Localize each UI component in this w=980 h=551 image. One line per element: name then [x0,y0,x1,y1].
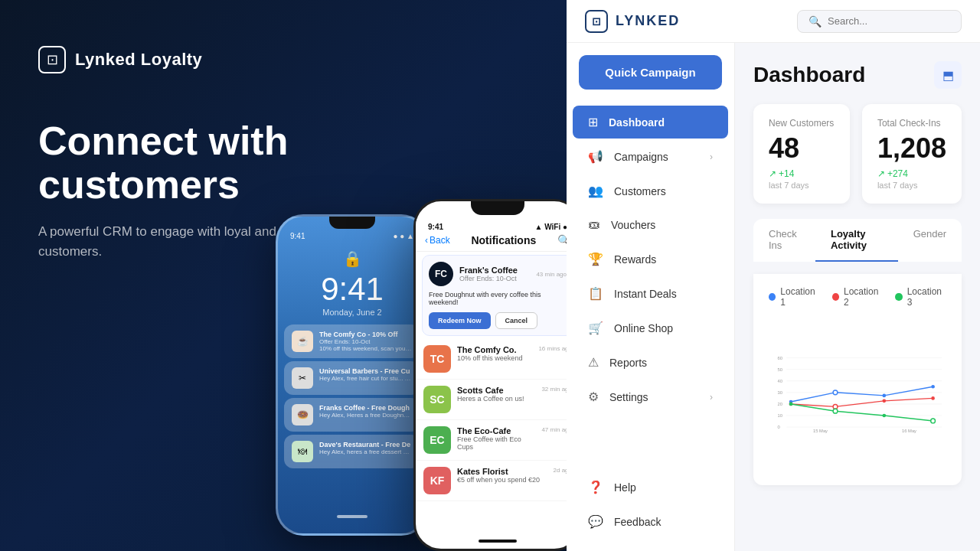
sidebar-label-vouchers: Vouchers [611,219,655,231]
notif-name-4: Kates Florist [457,467,547,476]
notif-row-3[interactable]: EC The Eco-Cafe Free Coffee with Eco Cup… [416,420,567,461]
cancel-button[interactable]: Cancel [495,312,538,329]
sidebar-item-dashboard[interactable]: ⊞ Dashboard [573,106,728,139]
dashboard-export-icon[interactable]: ⬒ [934,61,962,89]
notif-time-1: 16 mins ago [538,345,567,352]
expanded-notif-offer: Offer Ends: 10-Oct [459,275,518,282]
dashboard-icon: ⊞ [588,115,598,129]
lock-notif-1: ☕ The Comfy Co - 10% Off Offer Ends: 10-… [284,324,420,358]
nav-logo-icon: ⊡ [585,10,608,33]
legend-dot-1 [769,293,776,301]
stat-period-new-customers: last 7 days [769,181,835,190]
lock-notif-icon-1: ☕ [292,331,313,352]
sidebar-item-campaigns[interactable]: 📢 Campaigns › [573,140,728,173]
stat-label-total-checkins: Total Check-Ins [877,118,946,129]
dashboard-title: Dashboard [753,63,865,87]
expanded-notif-header: FC Frank's Coffee Offer Ends: 10-Oct 43 … [429,262,567,286]
sidebar-item-help[interactable]: ❓ Help [573,471,728,504]
phones-container: 9:41 ● ● ▲ 🔒 9:41 Monday, June 2 ☕ The C… [276,107,567,551]
vouchers-icon: 🎟 [588,218,600,232]
stat-change-new-customers: ↗ +14 [769,168,835,179]
tab-gender[interactable]: Gender [898,219,962,262]
sidebar-item-customers[interactable]: 👥 Customers [573,174,728,207]
phone-back: 9:41 ● ● ▲ 🔒 9:41 Monday, June 2 ☕ The C… [276,214,429,536]
search-icon-front[interactable]: 🔍 [557,234,567,246]
instant-deals-icon: 📋 [588,286,603,301]
phone-front: 9:41 ▲ WiFi ● ‹ Back Notifications 🔍 FC … [413,199,567,551]
chart-dot-l3-3 [882,414,886,418]
tab-loyalty-activity[interactable]: Loyalty Activity [815,219,898,262]
home-indicator [479,540,517,543]
notif-row-2[interactable]: SC Scotts Cafe Heres a Coffee on us! 32 … [416,380,567,420]
tab-check-ins[interactable]: Check Ins [753,219,815,262]
sidebar-item-rewards[interactable]: 🏆 Rewards [573,243,728,276]
notif-avatar-3: EC [423,426,451,454]
phone-signal: ● ● ▲ [393,232,414,240]
chart-dot-l3-4 [931,419,936,423]
dashboard-content: Dashboard ⬒ New Customers 48 ↗ +14 last … [735,43,980,551]
legend-location-3: Location 3 [895,286,946,308]
sidebar: Quick Campaign ⊞ Dashboard 📢 Campaigns ›… [567,43,735,551]
phone-notch-back [329,217,375,229]
phone-front-signal: ▲ WiFi ● [534,223,567,231]
lock-icon: 🔒 [278,249,426,268]
sidebar-item-feedback[interactable]: 💬 Feedback [573,505,728,538]
customers-icon: 👥 [588,184,603,198]
y-label-40: 40 [778,379,782,383]
notif-row-1[interactable]: TC The Comfy Co. 10% off this weekend 16… [416,339,567,380]
settings-icon: ⚙ [588,390,599,404]
back-button[interactable]: ‹ Back [425,235,450,246]
chart-line-location3 [791,404,933,421]
legend-location-1: Location 1 [769,286,820,308]
sidebar-item-reports[interactable]: ⚠ Reports [573,346,728,379]
top-nav: ⊡ LYNKED 🔍 [567,0,980,43]
sidebar-item-settings[interactable]: ⚙ Settings › [573,380,728,413]
lock-notif-body-3: Hey Alex, Heres a free Doughnut this wee… [319,412,413,419]
nav-search[interactable]: 🔍 [797,10,962,33]
chart-legend: Location 1 Location 2 Location 3 [769,286,946,308]
left-panel: ⊡ Lynked Loyalty Connect with customers … [0,0,567,551]
lock-notif-body-1b: 10% off this weekend, scan your QR code … [319,345,413,352]
sidebar-label-customers: Customers [614,185,666,197]
quick-campaign-button[interactable]: Quick Campaign [579,55,722,90]
chart-svg-wrapper: 60 50 40 30 20 10 0 [769,317,946,470]
chart-container: Location 1 Location 2 Location 3 60 [753,274,962,485]
phone-front-time: 9:41 [428,223,443,231]
search-input[interactable] [828,15,950,27]
x-label-16may: 16 May [902,429,916,433]
chart-dot-l1-4 [931,385,935,389]
lock-notif-4: 🍽 Dave's Restaurant - Free De Hey Alex, … [284,435,420,468]
stat-label-new-customers: New Customers [769,118,835,129]
sidebar-item-left-vouchers: 🎟 Vouchers [588,218,655,232]
notif-avatar-4: KF [423,467,451,494]
expanded-notif-actions: Redeem Now Cancel [429,312,567,329]
sidebar-item-left-rewards: 🏆 Rewards [588,252,656,266]
sidebar-item-left-online-shop: 🛒 Online Shop [588,321,673,335]
sidebar-item-left-customers: 👥 Customers [588,184,666,198]
notif-name-2: Scotts Cafe [457,386,535,395]
notif-row-4[interactable]: KF Kates Florist €5 off when you spend €… [416,461,567,501]
lock-notif-icon-2: ✂ [292,367,313,389]
stat-card-new-customers: New Customers 48 ↗ +14 last 7 days [753,104,850,204]
sidebar-label-help: Help [614,481,636,494]
notif-offer-1: 10% off this weekend [457,354,532,362]
lock-notif-body-1: Offer Ends: 10-Oct [319,338,413,345]
sidebar-label-feedback: Feedback [614,516,661,528]
sidebar-label-reports: Reports [609,357,647,369]
lock-notif-title-1: The Comfy Co - 10% Off [319,331,413,338]
trend-arrow-total-checkins: ↗ [877,168,885,179]
campaigns-chevron: › [710,152,713,162]
expanded-notif-body: Free Doughnut with every coffee this wee… [429,291,567,306]
redeem-button[interactable]: Redeem Now [429,312,491,329]
lock-notif-body-2: Hey Alex, free hair cut for stu... scan … [319,375,413,382]
y-label-20: 20 [778,402,782,406]
y-label-60: 60 [778,356,782,360]
back-label: Back [430,235,450,246]
back-chevron: ‹ [425,235,428,246]
sidebar-item-vouchers[interactable]: 🎟 Vouchers [573,209,728,241]
chart-dot-l3-2 [833,409,838,413]
sidebar-item-online-shop[interactable]: 🛒 Online Shop [573,311,728,344]
sidebar-label-campaigns: Campaigns [614,151,668,163]
sidebar-item-instant-deals[interactable]: 📋 Instant Deals [573,277,728,310]
lock-notif-icon-3: 🍩 [292,404,313,425]
